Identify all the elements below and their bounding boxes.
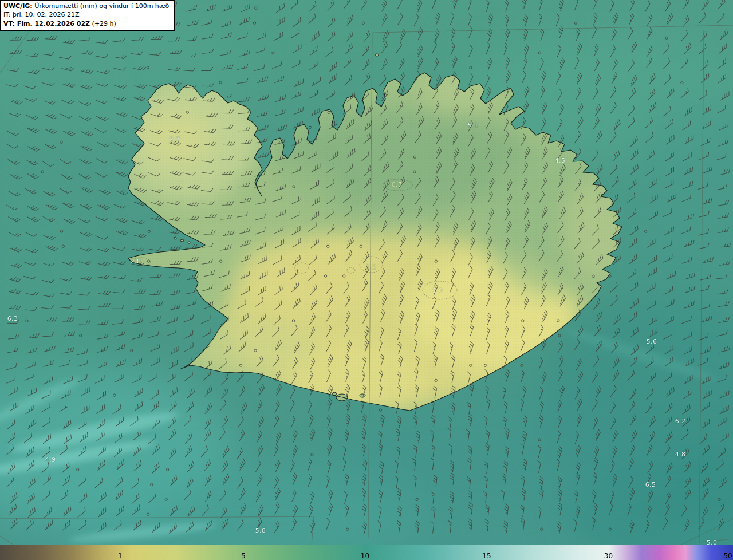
colorbar-tick-label: 15 [482, 553, 491, 559]
colorbar-legend: 1510153050 [0, 545, 733, 560]
colorbar-ticks: 1510153050 [0, 545, 733, 560]
colorbar-tick-label: 30 [604, 553, 613, 559]
colorbar-tick-label: 10 [361, 553, 369, 559]
valid-time-main: VT: Fim. 12.02.2026 02Z [3, 20, 90, 27]
map-info-box: UWC/IG: Úrkomumætti (mm) og vindur í 100… [0, 0, 175, 31]
valid-time-offset: (+29 h) [90, 20, 116, 27]
model-label: UWC/IG: [3, 2, 33, 10]
colorbar-tick-label: 1 [118, 553, 123, 559]
weather-map [0, 0, 733, 560]
weather-map-app: 2.75.14.50.72.81.21.06.35.66.24.84.96.55… [0, 0, 733, 560]
map-title-text: Úrkomumætti (mm) og vindur í 100m hæð [33, 2, 170, 10]
colorbar-tick-label: 5 [241, 553, 246, 559]
colorbar-tick-label: 50 [723, 553, 732, 559]
valid-time: VT: Fim. 12.02.2026 02Z (+29 h) [3, 19, 169, 28]
map-title: UWC/IG: Úrkomumætti (mm) og vindur í 100… [3, 2, 169, 10]
init-time: IT: þri. 10. 02. 2026 21Z [3, 10, 169, 19]
